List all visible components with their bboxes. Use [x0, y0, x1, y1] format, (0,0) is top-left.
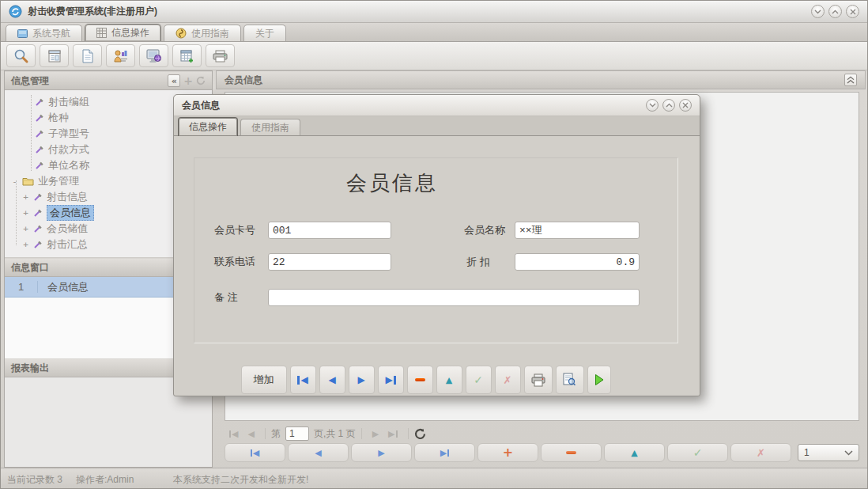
user-report-button[interactable] — [106, 44, 135, 67]
window-close-icon[interactable] — [846, 5, 859, 18]
tab-system-nav[interactable]: 系统导航 — [6, 25, 82, 41]
next-record-button[interactable]: ▶ — [349, 366, 375, 394]
tool-icon — [35, 161, 44, 170]
divider — [408, 428, 409, 439]
minus-icon — [566, 451, 576, 454]
expand-expander[interactable]: + — [22, 208, 29, 218]
first-record-icon: ◀ — [251, 448, 259, 458]
edit-record-button[interactable]: ▲ — [436, 366, 462, 394]
expand-expander[interactable]: + — [22, 224, 29, 234]
print-button[interactable] — [206, 44, 235, 67]
prev-record-button[interactable]: ◀ — [288, 443, 349, 462]
edit-record-button[interactable]: ▲ — [604, 443, 665, 462]
dialog-tab-user-guide[interactable]: 使用指南 — [240, 119, 300, 135]
tool-icon — [35, 129, 44, 138]
tool-icon — [33, 192, 43, 202]
delete-record-button[interactable] — [541, 443, 602, 462]
remark-input[interactable] — [268, 289, 640, 306]
post-record-button[interactable]: ✓ — [667, 443, 728, 462]
discount-label: 折 扣 — [466, 253, 490, 271]
add-icon[interactable]: + — [183, 74, 193, 87]
tool-icon — [35, 113, 44, 123]
tool-icon — [35, 97, 44, 107]
prev-page-icon[interactable]: ◀ — [247, 429, 254, 439]
folder-icon — [22, 176, 34, 186]
cross-icon: ✗ — [504, 374, 512, 386]
toolbar — [1, 42, 867, 70]
member-name-input[interactable] — [515, 222, 640, 239]
tab-info-operation[interactable]: 信息操作 — [85, 24, 161, 41]
table-add-button[interactable] — [172, 44, 202, 67]
window-minimize-icon[interactable] — [811, 5, 825, 18]
page-number-input[interactable] — [285, 426, 309, 441]
next-record-button[interactable]: ▶ — [351, 443, 412, 462]
tool-icon — [33, 240, 43, 249]
collapse-sidebar-icon[interactable]: « — [168, 74, 180, 87]
insert-record-button[interactable]: + — [477, 443, 538, 462]
record-count-select[interactable]: 1 — [798, 444, 859, 461]
tool-icon — [33, 224, 43, 233]
refresh-grid-icon[interactable] — [414, 428, 426, 440]
first-record-button[interactable]: ◀ — [225, 443, 285, 462]
tab-about[interactable]: 关于 — [243, 25, 286, 41]
delete-record-button[interactable] — [407, 366, 433, 394]
pager-bar: ◀ ◀ 第 页,共 1 页 ▶ ▶ — [225, 424, 859, 443]
phone-input[interactable] — [268, 253, 391, 271]
collapse-expander[interactable]: - — [11, 176, 18, 187]
app-title: 射击收费管理系统(非注册用户) — [28, 5, 157, 18]
prev-record-icon: ◀ — [315, 448, 321, 458]
record-count-status: 当前记录数 3 — [7, 473, 62, 487]
check-icon: ✓ — [693, 446, 703, 459]
table-add-icon — [180, 49, 194, 63]
expand-expander[interactable]: + — [22, 192, 29, 203]
monitor-globe-button[interactable] — [139, 44, 168, 67]
dialog-title: 会员信息 — [182, 99, 220, 112]
search-button[interactable] — [6, 44, 36, 67]
print-button[interactable] — [524, 366, 553, 394]
member-name-label: 会员名称 — [464, 222, 505, 239]
dialog-tab-info-operation[interactable]: 信息操作 — [178, 117, 238, 136]
prev-record-button[interactable]: ◀ — [319, 366, 345, 394]
dialog-close-icon[interactable] — [679, 99, 692, 112]
app-window: 射击收费管理系统(非注册用户) 系统导航 信息操作 使用指南 关于 — [0, 0, 868, 489]
form-view-button[interactable] — [40, 44, 69, 67]
dialog-tabbar: 信息操作 使用指南 — [174, 116, 700, 136]
check-icon: ✓ — [474, 373, 483, 386]
cross-icon: ✗ — [757, 447, 765, 459]
dialog-minimize-icon[interactable] — [646, 99, 659, 112]
next-record-icon: ▶ — [378, 448, 384, 458]
add-button[interactable]: 增加 — [241, 366, 287, 394]
tool-icon — [33, 208, 43, 218]
last-page-icon[interactable]: ▶ — [388, 429, 397, 439]
window-maximize-icon[interactable] — [828, 5, 842, 18]
panel-icon — [17, 29, 28, 38]
next-page-icon[interactable]: ▶ — [372, 429, 379, 439]
last-record-button[interactable]: ▶ — [378, 366, 404, 394]
collapse-panel-icon[interactable] — [844, 74, 857, 86]
member-form-panel: 会员信息 会员卡号 会员名称 联系电话 折 扣 备 注 — [194, 157, 678, 343]
cancel-record-button[interactable]: ✗ — [495, 366, 521, 394]
form-title: 会员信息 — [194, 169, 590, 197]
dialog-titlebar[interactable]: 会员信息 — [174, 95, 700, 116]
tab-user-guide[interactable]: 使用指南 — [164, 25, 241, 41]
first-page-icon[interactable]: ◀ — [229, 429, 238, 439]
discount-input[interactable] — [515, 253, 640, 271]
prev-record-icon: ◀ — [328, 374, 335, 385]
first-record-button[interactable]: ◀ — [290, 366, 316, 394]
info-management-header: 信息管理 « + — [5, 71, 212, 90]
card-no-input[interactable] — [268, 222, 391, 239]
cancel-record-button[interactable]: ✗ — [730, 443, 791, 462]
divider — [265, 428, 266, 439]
expand-expander[interactable]: + — [22, 240, 29, 250]
dialog-maximize-icon[interactable] — [662, 99, 675, 112]
preview-button[interactable] — [556, 366, 584, 394]
tree-guide — [16, 180, 17, 245]
remark-label: 备 注 — [214, 289, 238, 306]
post-record-button[interactable]: ✓ — [466, 366, 492, 394]
last-record-button[interactable]: ▶ — [414, 443, 475, 462]
document-button[interactable] — [73, 44, 102, 67]
refresh-icon[interactable] — [196, 76, 206, 85]
execute-button[interactable] — [587, 366, 611, 394]
user-report-icon — [113, 49, 128, 63]
next-record-icon: ▶ — [357, 374, 364, 385]
